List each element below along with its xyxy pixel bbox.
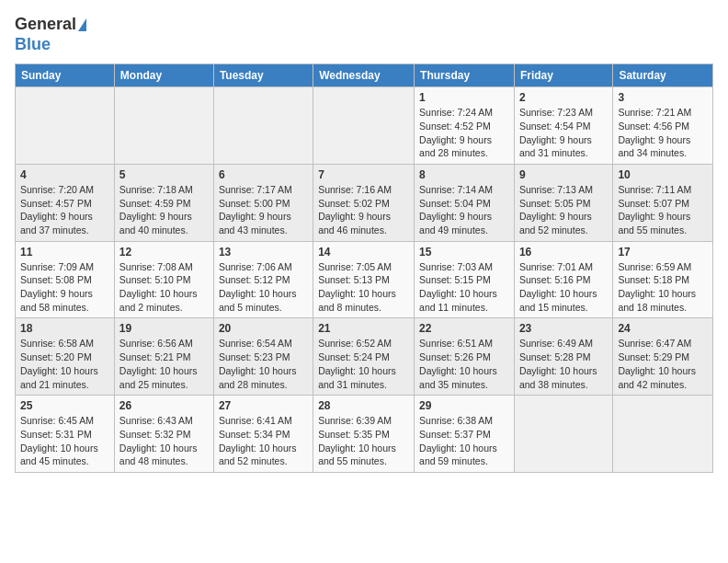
day-number: 26: [119, 399, 209, 412]
day-detail: Sunrise: 7:09 AM Sunset: 5:08 PM Dayligh…: [20, 260, 109, 315]
day-number: 22: [419, 322, 509, 335]
day-number: 1: [419, 91, 509, 104]
day-detail: Sunrise: 6:41 AM Sunset: 5:34 PM Dayligh…: [219, 414, 308, 468]
page-header: General Blue: [15, 15, 713, 54]
day-detail: Sunrise: 6:43 AM Sunset: 5:32 PM Dayligh…: [119, 414, 209, 468]
day-number: 17: [618, 246, 708, 259]
calendar-week-row: 18Sunrise: 6:58 AM Sunset: 5:20 PM Dayli…: [16, 318, 713, 396]
calendar-week-row: 11Sunrise: 7:09 AM Sunset: 5:08 PM Dayli…: [16, 241, 713, 318]
calendar-cell: 13Sunrise: 7:06 AM Sunset: 5:12 PM Dayli…: [213, 241, 313, 318]
calendar-week-row: 4Sunrise: 7:20 AM Sunset: 4:57 PM Daylig…: [16, 164, 713, 241]
calendar-cell: 11Sunrise: 7:09 AM Sunset: 5:08 PM Dayli…: [16, 241, 115, 318]
calendar-cell: 7Sunrise: 7:16 AM Sunset: 5:02 PM Daylig…: [313, 164, 415, 241]
calendar-header-sunday: Sunday: [16, 64, 115, 87]
calendar-cell: 23Sunrise: 6:49 AM Sunset: 5:28 PM Dayli…: [514, 318, 612, 396]
calendar-cell: [114, 87, 213, 165]
calendar-cell: [313, 87, 415, 165]
day-number: 29: [419, 399, 509, 412]
calendar-cell: 27Sunrise: 6:41 AM Sunset: 5:34 PM Dayli…: [213, 396, 313, 473]
calendar-cell: [16, 87, 115, 165]
day-number: 9: [519, 168, 608, 181]
calendar-cell: 24Sunrise: 6:47 AM Sunset: 5:29 PM Dayli…: [613, 318, 713, 396]
day-number: 24: [618, 322, 708, 335]
day-detail: Sunrise: 6:39 AM Sunset: 5:35 PM Dayligh…: [318, 414, 409, 468]
calendar-cell: 10Sunrise: 7:11 AM Sunset: 5:07 PM Dayli…: [613, 164, 713, 241]
calendar-table: SundayMondayTuesdayWednesdayThursdayFrid…: [15, 63, 713, 473]
day-detail: Sunrise: 7:24 AM Sunset: 4:52 PM Dayligh…: [419, 106, 509, 160]
calendar-cell: 17Sunrise: 6:59 AM Sunset: 5:18 PM Dayli…: [613, 241, 713, 318]
day-detail: Sunrise: 7:05 AM Sunset: 5:13 PM Dayligh…: [318, 260, 409, 315]
day-detail: Sunrise: 7:01 AM Sunset: 5:16 PM Dayligh…: [519, 260, 608, 315]
calendar-cell: [213, 87, 313, 165]
day-number: 4: [20, 168, 109, 181]
day-detail: Sunrise: 6:59 AM Sunset: 5:18 PM Dayligh…: [618, 260, 708, 315]
day-number: 15: [419, 246, 509, 259]
day-detail: Sunrise: 6:45 AM Sunset: 5:31 PM Dayligh…: [20, 414, 109, 468]
day-number: 21: [318, 322, 409, 335]
calendar-week-row: 25Sunrise: 6:45 AM Sunset: 5:31 PM Dayli…: [16, 396, 713, 473]
calendar-cell: 1Sunrise: 7:24 AM Sunset: 4:52 PM Daylig…: [415, 87, 515, 165]
day-detail: Sunrise: 7:03 AM Sunset: 5:15 PM Dayligh…: [419, 260, 509, 315]
calendar-header-monday: Monday: [114, 64, 213, 87]
calendar-cell: 18Sunrise: 6:58 AM Sunset: 5:20 PM Dayli…: [16, 318, 115, 396]
day-detail: Sunrise: 7:13 AM Sunset: 5:05 PM Dayligh…: [519, 183, 608, 237]
day-number: 7: [318, 168, 409, 181]
day-detail: Sunrise: 7:16 AM Sunset: 5:02 PM Dayligh…: [318, 183, 409, 237]
calendar-header-tuesday: Tuesday: [213, 64, 313, 87]
day-number: 10: [618, 168, 708, 181]
logo-general: General: [15, 15, 86, 35]
calendar-week-row: 1Sunrise: 7:24 AM Sunset: 4:52 PM Daylig…: [16, 87, 713, 165]
day-detail: Sunrise: 6:38 AM Sunset: 5:37 PM Dayligh…: [419, 414, 509, 468]
day-detail: Sunrise: 7:11 AM Sunset: 5:07 PM Dayligh…: [618, 183, 708, 237]
day-number: 27: [219, 399, 308, 412]
day-detail: Sunrise: 7:20 AM Sunset: 4:57 PM Dayligh…: [20, 183, 109, 237]
day-detail: Sunrise: 7:08 AM Sunset: 5:10 PM Dayligh…: [119, 260, 209, 315]
calendar-cell: 5Sunrise: 7:18 AM Sunset: 4:59 PM Daylig…: [114, 164, 213, 241]
day-detail: Sunrise: 6:52 AM Sunset: 5:24 PM Dayligh…: [318, 337, 409, 391]
calendar-cell: 26Sunrise: 6:43 AM Sunset: 5:32 PM Dayli…: [114, 396, 213, 473]
day-number: 14: [318, 246, 409, 259]
calendar-cell: [514, 396, 612, 473]
day-detail: Sunrise: 7:17 AM Sunset: 5:00 PM Dayligh…: [219, 183, 308, 237]
calendar-cell: 9Sunrise: 7:13 AM Sunset: 5:05 PM Daylig…: [514, 164, 612, 241]
calendar-cell: 14Sunrise: 7:05 AM Sunset: 5:13 PM Dayli…: [313, 241, 415, 318]
day-detail: Sunrise: 6:58 AM Sunset: 5:20 PM Dayligh…: [20, 337, 109, 391]
day-number: 12: [119, 246, 209, 259]
calendar-cell: 21Sunrise: 6:52 AM Sunset: 5:24 PM Dayli…: [313, 318, 415, 396]
day-detail: Sunrise: 7:18 AM Sunset: 4:59 PM Dayligh…: [119, 183, 209, 237]
day-number: 13: [219, 246, 308, 259]
day-number: 11: [20, 246, 109, 259]
calendar-cell: 22Sunrise: 6:51 AM Sunset: 5:26 PM Dayli…: [415, 318, 515, 396]
logo-blue: Blue: [15, 35, 86, 55]
day-number: 19: [119, 322, 209, 335]
calendar-header-row: SundayMondayTuesdayWednesdayThursdayFrid…: [16, 64, 713, 87]
calendar-cell: 19Sunrise: 6:56 AM Sunset: 5:21 PM Dayli…: [114, 318, 213, 396]
day-detail: Sunrise: 6:49 AM Sunset: 5:28 PM Dayligh…: [519, 337, 608, 391]
day-number: 20: [219, 322, 308, 335]
calendar-cell: 28Sunrise: 6:39 AM Sunset: 5:35 PM Dayli…: [313, 396, 415, 473]
day-detail: Sunrise: 6:47 AM Sunset: 5:29 PM Dayligh…: [618, 337, 708, 391]
day-number: 3: [618, 91, 708, 104]
calendar-cell: 6Sunrise: 7:17 AM Sunset: 5:00 PM Daylig…: [213, 164, 313, 241]
calendar-cell: 4Sunrise: 7:20 AM Sunset: 4:57 PM Daylig…: [16, 164, 115, 241]
calendar-cell: 29Sunrise: 6:38 AM Sunset: 5:37 PM Dayli…: [415, 396, 515, 473]
day-detail: Sunrise: 7:06 AM Sunset: 5:12 PM Dayligh…: [219, 260, 308, 315]
day-number: 2: [519, 91, 608, 104]
calendar-cell: 8Sunrise: 7:14 AM Sunset: 5:04 PM Daylig…: [415, 164, 515, 241]
day-number: 8: [419, 168, 509, 181]
day-number: 23: [519, 322, 608, 335]
calendar-cell: 2Sunrise: 7:23 AM Sunset: 4:54 PM Daylig…: [514, 87, 612, 165]
day-detail: Sunrise: 7:14 AM Sunset: 5:04 PM Dayligh…: [419, 183, 509, 237]
calendar-cell: 20Sunrise: 6:54 AM Sunset: 5:23 PM Dayli…: [213, 318, 313, 396]
calendar-cell: 3Sunrise: 7:21 AM Sunset: 4:56 PM Daylig…: [613, 87, 713, 165]
calendar-cell: [613, 396, 713, 473]
calendar-header-thursday: Thursday: [415, 64, 515, 87]
day-number: 18: [20, 322, 109, 335]
day-detail: Sunrise: 6:54 AM Sunset: 5:23 PM Dayligh…: [219, 337, 308, 391]
calendar-cell: 25Sunrise: 6:45 AM Sunset: 5:31 PM Dayli…: [16, 396, 115, 473]
day-detail: Sunrise: 7:23 AM Sunset: 4:54 PM Dayligh…: [519, 106, 608, 160]
day-number: 16: [519, 246, 608, 259]
calendar-header-saturday: Saturday: [613, 64, 713, 87]
calendar-cell: 16Sunrise: 7:01 AM Sunset: 5:16 PM Dayli…: [514, 241, 612, 318]
day-detail: Sunrise: 6:51 AM Sunset: 5:26 PM Dayligh…: [419, 337, 509, 391]
